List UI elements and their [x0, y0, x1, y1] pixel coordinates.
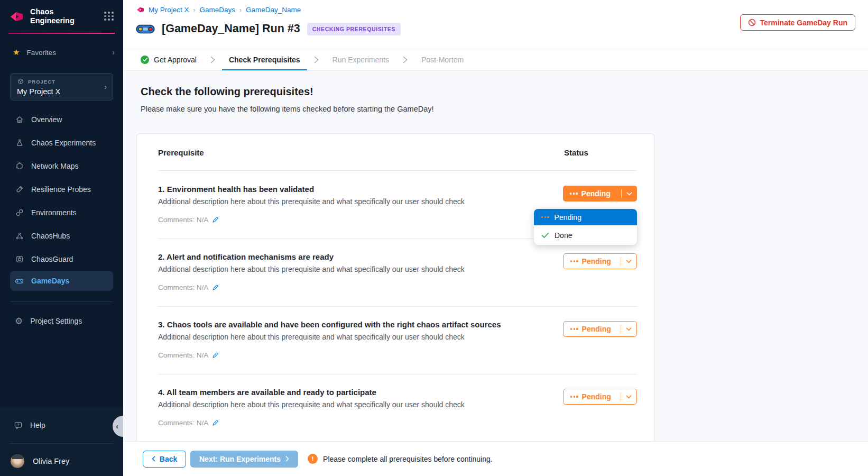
- edit-pencil-icon[interactable]: [212, 284, 219, 291]
- sidebar-item-chaoshubs[interactable]: ChaosHubs: [0, 224, 123, 248]
- sidebar-item-project-settings[interactable]: ⚙ Project Settings: [0, 312, 123, 330]
- chevron-right-icon: [314, 56, 319, 63]
- sidebar-item-network-maps[interactable]: Network Maps: [0, 154, 123, 178]
- dropdown-option-pending[interactable]: Pending: [534, 209, 637, 225]
- breadcrumb-gameday-link[interactable]: GameDay_Name: [246, 6, 301, 14]
- sidebar-item-label: Network Maps: [31, 162, 78, 170]
- prerequisite-title: 4. All team members are available and re…: [158, 388, 376, 397]
- dropdown-option-label: Pending: [555, 213, 581, 222]
- step-run-experiments[interactable]: Run Experiments: [326, 49, 396, 70]
- prerequisite-row: 4. All team members are available and re…: [137, 374, 654, 442]
- app-logo[interactable]: Chaos Engineering: [10, 7, 80, 26]
- chaos-logo-icon: [136, 6, 144, 14]
- edit-pencil-icon[interactable]: [212, 419, 219, 426]
- status-pending-button[interactable]: Pending: [563, 321, 637, 337]
- project-label: PROJECT: [28, 79, 56, 85]
- step-check-prerequisites[interactable]: Check Prerequisites: [222, 49, 307, 70]
- comments-row: Comments: N/A: [158, 216, 219, 224]
- breadcrumb-gamedays-link[interactable]: GameDays: [200, 6, 236, 14]
- chevron-left-icon: [152, 456, 155, 462]
- chevron-down-icon[interactable]: [626, 327, 632, 331]
- home-icon: [15, 115, 24, 124]
- edit-pencil-icon[interactable]: [212, 216, 219, 223]
- pending-dots-icon: [570, 260, 578, 262]
- sidebar-item-overview[interactable]: Overview: [0, 108, 123, 131]
- project-settings-label: Project Settings: [30, 317, 82, 325]
- svg-text:?: ?: [17, 422, 20, 427]
- next-label: Next: Run Experiments: [199, 455, 281, 463]
- done-check-icon: [541, 232, 549, 239]
- prerequisite-description: Additional description here about this p…: [158, 400, 465, 409]
- pending-dots-icon: [541, 216, 549, 218]
- table-header: Prerequisite Status: [137, 134, 654, 171]
- chaos-logo-icon: [10, 10, 24, 24]
- terminate-label: Terminate GameDay Run: [760, 19, 847, 27]
- sidebar-item-label: ChaosGuard: [31, 255, 73, 263]
- pending-dots-icon: [570, 396, 578, 397]
- module-grid-icon[interactable]: [104, 12, 114, 21]
- step-get-approval[interactable]: Get Approval: [134, 49, 204, 70]
- app-title: Chaos Engineering: [30, 7, 80, 26]
- status-button-label: Pending: [582, 325, 611, 333]
- step-label: Check Prerequisites: [229, 56, 300, 64]
- user-profile[interactable]: Olivia Frey: [0, 451, 123, 472]
- step-label: Run Experiments: [333, 56, 389, 64]
- status-pending-button[interactable]: Pending: [563, 389, 637, 405]
- project-selector[interactable]: PROJECT My Project X ›: [10, 73, 113, 100]
- chevron-right-icon: ›: [104, 83, 107, 91]
- sidebar-item-chaos-experiments[interactable]: Chaos Experiments: [0, 131, 123, 154]
- dropdown-option-label: Done: [555, 231, 572, 240]
- prerequisites-card: Prerequisite Status 1. Environment healt…: [136, 133, 654, 441]
- sidebar-item-environments[interactable]: Environments: [0, 201, 123, 224]
- next-run-experiments-button[interactable]: Next: Run Experiments: [190, 451, 298, 468]
- avatar: [11, 454, 24, 468]
- sidebar-item-favorites[interactable]: ★ Favorites ›: [0, 45, 123, 59]
- sidebar-item-label: ChaosHubs: [31, 232, 70, 240]
- comments-label: Comments: N/A: [158, 351, 208, 359]
- prohibit-icon: [748, 19, 756, 26]
- warning-text: Please complete all prerequisites before…: [323, 455, 493, 463]
- page-title: [GameDay_Name] Run #3: [162, 22, 300, 35]
- status-button-label: Pending: [582, 392, 611, 401]
- chevron-down-icon[interactable]: [626, 260, 632, 263]
- star-icon: ★: [13, 48, 20, 57]
- sidebar: Chaos Engineering ★ Favorites › PROJECT …: [0, 0, 123, 476]
- help-chat-icon: ?: [14, 421, 23, 430]
- status-pending-button[interactable]: Pending: [563, 253, 637, 269]
- chevron-right-icon: [210, 56, 215, 63]
- dropdown-option-done[interactable]: Done: [534, 225, 637, 245]
- prerequisite-title: 3. Chaos tools are available and have be…: [158, 320, 501, 329]
- chevron-right-icon: [403, 56, 408, 63]
- chevron-right-icon: ›: [193, 6, 196, 14]
- comments-row: Comments: N/A: [158, 419, 219, 427]
- environments-icon: [15, 208, 24, 217]
- brand-divider: [8, 33, 115, 34]
- gear-icon: ⚙: [15, 317, 23, 326]
- status-badge: CHECKING PREREQUISITES: [307, 23, 401, 35]
- gamepad-icon: [15, 277, 24, 286]
- check-circle-icon: [141, 56, 149, 64]
- edit-pencil-icon[interactable]: [212, 352, 219, 359]
- terminate-gameday-button[interactable]: Terminate GameDay Run: [740, 14, 855, 31]
- comments-row: Comments: N/A: [158, 283, 219, 291]
- favorites-label: Favorites: [26, 49, 112, 57]
- project-name: My Project X: [17, 87, 106, 96]
- status-button-label: Pending: [581, 189, 611, 198]
- chevron-down-icon[interactable]: [626, 395, 632, 399]
- breadcrumb-project-link[interactable]: My Project X: [149, 6, 189, 14]
- comments-row: Comments: N/A: [158, 351, 219, 359]
- chevron-down-icon[interactable]: [626, 192, 632, 196]
- prerequisite-row: 2. Alert and notification mechanisms are…: [137, 239, 654, 306]
- sidebar-item-help[interactable]: ? Help: [0, 417, 123, 434]
- comments-label: Comments: N/A: [158, 283, 208, 291]
- sidebar-item-resilience-probes[interactable]: Resilience Probes: [0, 178, 123, 201]
- back-button[interactable]: Back: [143, 451, 186, 468]
- sidebar-item-gamedays[interactable]: GameDays: [10, 271, 113, 291]
- chevron-right-icon: [285, 456, 289, 462]
- step-post-mortem[interactable]: Post-Mortem: [414, 49, 470, 70]
- sidebar-item-chaosguard[interactable]: ChaosGuard: [0, 248, 123, 271]
- status-pending-button[interactable]: Pending: [563, 186, 637, 202]
- warning-icon: !: [308, 454, 318, 464]
- sidebar-divider: [10, 301, 113, 302]
- prerequisite-description: Additional description here about this p…: [158, 265, 465, 273]
